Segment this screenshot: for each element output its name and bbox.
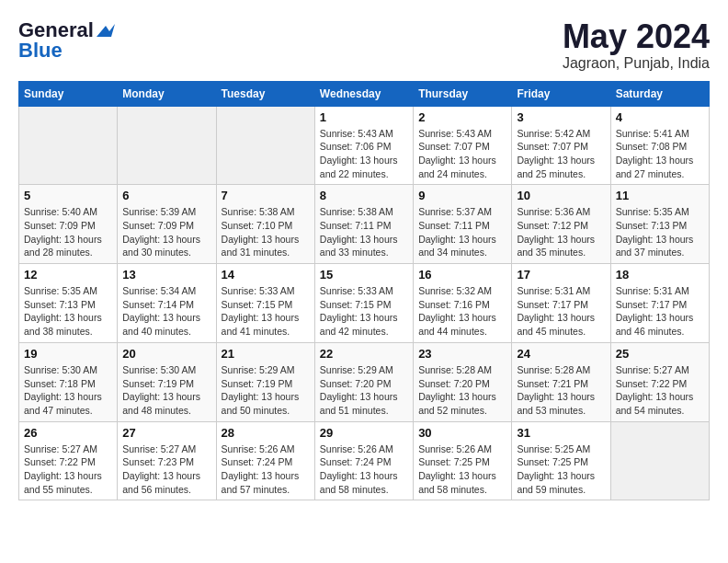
weekday-header-sunday: Sunday (19, 81, 118, 106)
day-info: Sunrise: 5:28 AMSunset: 7:20 PMDaylight:… (418, 363, 506, 418)
weekday-header-monday: Monday (118, 81, 216, 106)
logo-blue-text: Blue (18, 39, 63, 63)
day-cell: 2Sunrise: 5:43 AMSunset: 7:07 PMDaylight… (414, 106, 512, 185)
day-info: Sunrise: 5:39 AMSunset: 7:09 PMDaylight:… (122, 205, 210, 259)
day-number: 12 (24, 268, 112, 282)
day-cell: 21Sunrise: 5:29 AMSunset: 7:19 PMDayligh… (216, 342, 314, 421)
day-info: Sunrise: 5:29 AMSunset: 7:20 PMDaylight:… (320, 363, 408, 418)
day-cell (19, 106, 118, 185)
day-cell: 20Sunrise: 5:30 AMSunset: 7:19 PMDayligh… (118, 342, 216, 421)
day-info: Sunrise: 5:31 AMSunset: 7:17 PMDaylight:… (517, 284, 605, 339)
day-number: 5 (24, 189, 112, 202)
calendar-table: SundayMondayTuesdayWednesdayThursdayFrid… (18, 81, 710, 501)
location-title: Jagraon, Punjab, India (563, 55, 710, 72)
day-number: 10 (517, 189, 605, 202)
weekday-header-thursday: Thursday (414, 81, 512, 106)
day-cell: 31Sunrise: 5:25 AMSunset: 7:25 PMDayligh… (512, 421, 610, 500)
day-cell (216, 106, 314, 185)
day-number: 1 (320, 110, 408, 124)
day-number: 21 (222, 347, 310, 361)
day-cell: 14Sunrise: 5:33 AMSunset: 7:15 PMDayligh… (216, 264, 314, 343)
day-number: 6 (122, 189, 210, 202)
day-cell: 13Sunrise: 5:34 AMSunset: 7:14 PMDayligh… (118, 264, 216, 343)
day-number: 11 (616, 189, 704, 202)
day-info: Sunrise: 5:40 AMSunset: 7:09 PMDaylight:… (24, 205, 112, 259)
day-number: 17 (517, 268, 605, 282)
logo: General Blue (18, 18, 115, 63)
day-info: Sunrise: 5:42 AMSunset: 7:07 PMDaylight:… (517, 127, 605, 181)
day-cell: 30Sunrise: 5:26 AMSunset: 7:25 PMDayligh… (414, 421, 512, 500)
day-cell: 1Sunrise: 5:43 AMSunset: 7:06 PMDaylight… (314, 106, 413, 185)
day-cell: 12Sunrise: 5:35 AMSunset: 7:13 PMDayligh… (19, 264, 118, 343)
week-row-2: 5Sunrise: 5:40 AMSunset: 7:09 PMDaylight… (19, 185, 710, 264)
day-number: 24 (517, 347, 605, 361)
week-row-5: 26Sunrise: 5:27 AMSunset: 7:22 PMDayligh… (19, 421, 710, 500)
weekday-header-wednesday: Wednesday (314, 81, 413, 106)
day-info: Sunrise: 5:27 AMSunset: 7:22 PMDaylight:… (24, 442, 112, 497)
day-cell: 18Sunrise: 5:31 AMSunset: 7:17 PMDayligh… (610, 264, 709, 343)
day-number: 16 (418, 268, 506, 282)
day-info: Sunrise: 5:36 AMSunset: 7:12 PMDaylight:… (517, 205, 605, 259)
day-number: 19 (24, 347, 112, 361)
day-number: 30 (418, 426, 506, 440)
weekday-header-tuesday: Tuesday (216, 81, 314, 106)
weekday-header-saturday: Saturday (610, 81, 709, 106)
day-cell: 4Sunrise: 5:41 AMSunset: 7:08 PMDaylight… (610, 106, 709, 185)
day-number: 14 (222, 268, 310, 282)
day-info: Sunrise: 5:27 AMSunset: 7:22 PMDaylight:… (616, 363, 704, 418)
day-cell: 15Sunrise: 5:33 AMSunset: 7:15 PMDayligh… (314, 264, 413, 343)
day-number: 27 (122, 426, 210, 440)
day-cell: 29Sunrise: 5:26 AMSunset: 7:24 PMDayligh… (314, 421, 413, 500)
day-number: 2 (418, 110, 506, 124)
day-number: 20 (122, 347, 210, 361)
day-info: Sunrise: 5:26 AMSunset: 7:24 PMDaylight:… (222, 442, 310, 497)
day-number: 22 (320, 347, 408, 361)
day-cell: 9Sunrise: 5:37 AMSunset: 7:11 PMDaylight… (414, 185, 512, 264)
day-info: Sunrise: 5:43 AMSunset: 7:06 PMDaylight:… (320, 127, 408, 181)
week-row-1: 1Sunrise: 5:43 AMSunset: 7:06 PMDaylight… (19, 106, 710, 185)
day-number: 7 (222, 189, 310, 202)
day-number: 4 (616, 110, 704, 124)
day-cell: 6Sunrise: 5:39 AMSunset: 7:09 PMDaylight… (118, 185, 216, 264)
day-info: Sunrise: 5:31 AMSunset: 7:17 PMDaylight:… (616, 284, 704, 339)
day-number: 9 (418, 189, 506, 202)
day-info: Sunrise: 5:35 AMSunset: 7:13 PMDaylight:… (24, 284, 112, 339)
day-info: Sunrise: 5:27 AMSunset: 7:23 PMDaylight:… (122, 442, 210, 497)
day-info: Sunrise: 5:28 AMSunset: 7:21 PMDaylight:… (517, 363, 605, 418)
day-cell: 5Sunrise: 5:40 AMSunset: 7:09 PMDaylight… (19, 185, 118, 264)
day-number: 25 (616, 347, 704, 361)
day-cell: 23Sunrise: 5:28 AMSunset: 7:20 PMDayligh… (414, 342, 512, 421)
day-number: 29 (320, 426, 408, 440)
day-info: Sunrise: 5:34 AMSunset: 7:14 PMDaylight:… (122, 284, 210, 339)
day-number: 26 (24, 426, 112, 440)
day-cell: 25Sunrise: 5:27 AMSunset: 7:22 PMDayligh… (610, 342, 709, 421)
day-info: Sunrise: 5:26 AMSunset: 7:25 PMDaylight:… (418, 442, 506, 497)
day-cell: 27Sunrise: 5:27 AMSunset: 7:23 PMDayligh… (118, 421, 216, 500)
day-cell: 17Sunrise: 5:31 AMSunset: 7:17 PMDayligh… (512, 264, 610, 343)
day-number: 18 (616, 268, 704, 282)
week-row-3: 12Sunrise: 5:35 AMSunset: 7:13 PMDayligh… (19, 264, 710, 343)
day-number: 13 (122, 268, 210, 282)
month-title: May 2024 (563, 18, 710, 55)
day-number: 23 (418, 347, 506, 361)
day-cell (610, 421, 709, 500)
day-number: 31 (517, 426, 605, 440)
day-info: Sunrise: 5:30 AMSunset: 7:19 PMDaylight:… (122, 363, 210, 418)
title-block: May 2024 Jagraon, Punjab, India (563, 18, 710, 72)
day-info: Sunrise: 5:32 AMSunset: 7:16 PMDaylight:… (418, 284, 506, 339)
day-cell: 19Sunrise: 5:30 AMSunset: 7:18 PMDayligh… (19, 342, 118, 421)
day-info: Sunrise: 5:29 AMSunset: 7:19 PMDaylight:… (222, 363, 310, 418)
day-cell: 10Sunrise: 5:36 AMSunset: 7:12 PMDayligh… (512, 185, 610, 264)
day-cell (118, 106, 216, 185)
day-cell: 28Sunrise: 5:26 AMSunset: 7:24 PMDayligh… (216, 421, 314, 500)
day-info: Sunrise: 5:38 AMSunset: 7:10 PMDaylight:… (222, 205, 310, 259)
week-row-4: 19Sunrise: 5:30 AMSunset: 7:18 PMDayligh… (19, 342, 710, 421)
day-info: Sunrise: 5:38 AMSunset: 7:11 PMDaylight:… (320, 205, 408, 259)
weekday-header-row: SundayMondayTuesdayWednesdayThursdayFrid… (19, 81, 710, 106)
day-number: 28 (222, 426, 310, 440)
day-info: Sunrise: 5:33 AMSunset: 7:15 PMDaylight:… (222, 284, 310, 339)
day-cell: 8Sunrise: 5:38 AMSunset: 7:11 PMDaylight… (314, 185, 413, 264)
day-cell: 16Sunrise: 5:32 AMSunset: 7:16 PMDayligh… (414, 264, 512, 343)
day-cell: 3Sunrise: 5:42 AMSunset: 7:07 PMDaylight… (512, 106, 610, 185)
day-info: Sunrise: 5:30 AMSunset: 7:18 PMDaylight:… (24, 363, 112, 418)
